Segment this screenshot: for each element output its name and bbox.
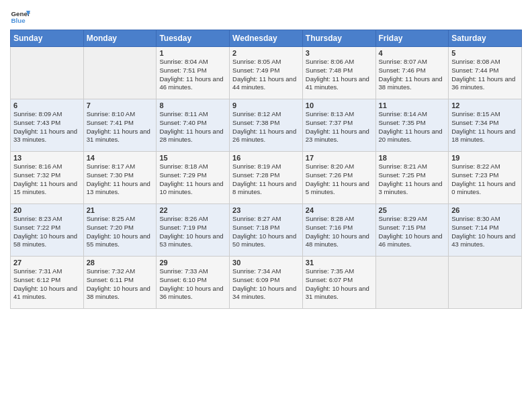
calendar-cell: 26Sunrise: 8:30 AMSunset: 7:14 PMDayligh… xyxy=(449,204,522,257)
day-number: 6 xyxy=(13,101,81,109)
day-number: 5 xyxy=(451,49,519,57)
weekday-header-saturday: Saturday xyxy=(449,30,522,47)
day-number: 23 xyxy=(232,206,300,214)
day-number: 27 xyxy=(13,259,81,267)
day-number: 9 xyxy=(232,101,300,109)
calendar-cell: 3Sunrise: 8:06 AMSunset: 7:48 PMDaylight… xyxy=(302,47,375,99)
calendar-cell: 6Sunrise: 8:09 AMSunset: 7:43 PMDaylight… xyxy=(11,99,84,152)
calendar-cell: 21Sunrise: 8:25 AMSunset: 7:20 PMDayligh… xyxy=(83,204,157,257)
day-info: Sunrise: 8:21 AMSunset: 7:25 PMDaylight:… xyxy=(379,163,446,197)
calendar-cell xyxy=(375,257,449,309)
calendar-cell: 22Sunrise: 8:26 AMSunset: 7:19 PMDayligh… xyxy=(157,204,230,257)
day-info: Sunrise: 7:32 AMSunset: 6:11 PMDaylight:… xyxy=(87,267,154,302)
day-info: Sunrise: 8:04 AMSunset: 7:51 PMDaylight:… xyxy=(159,58,226,92)
logo: General Blue xyxy=(10,7,30,27)
day-info: Sunrise: 8:08 AMSunset: 7:44 PMDaylight:… xyxy=(451,58,519,92)
calendar-cell: 23Sunrise: 8:27 AMSunset: 7:18 PMDayligh… xyxy=(230,204,303,257)
day-info: Sunrise: 8:06 AMSunset: 7:48 PMDaylight:… xyxy=(306,58,373,92)
weekday-header-tuesday: Tuesday xyxy=(157,30,230,47)
day-number: 8 xyxy=(159,101,226,109)
day-info: Sunrise: 8:05 AMSunset: 7:49 PMDaylight:… xyxy=(232,58,300,92)
calendar-cell: 17Sunrise: 8:20 AMSunset: 7:26 PMDayligh… xyxy=(302,152,375,204)
day-info: Sunrise: 8:25 AMSunset: 7:20 PMDaylight:… xyxy=(87,215,154,249)
day-info: Sunrise: 8:07 AMSunset: 7:46 PMDaylight:… xyxy=(379,58,446,92)
weekday-header-friday: Friday xyxy=(375,30,449,47)
day-info: Sunrise: 8:19 AMSunset: 7:28 PMDaylight:… xyxy=(232,163,300,197)
calendar-cell: 7Sunrise: 8:10 AMSunset: 7:41 PMDaylight… xyxy=(83,99,157,152)
calendar-cell: 31Sunrise: 7:35 AMSunset: 6:07 PMDayligh… xyxy=(302,257,375,309)
day-info: Sunrise: 8:09 AMSunset: 7:43 PMDaylight:… xyxy=(13,110,81,144)
day-number: 26 xyxy=(451,206,519,214)
day-number: 14 xyxy=(87,154,154,162)
day-number: 13 xyxy=(13,154,81,162)
day-info: Sunrise: 8:11 AMSunset: 7:40 PMDaylight:… xyxy=(159,110,226,144)
calendar-cell: 11Sunrise: 8:14 AMSunset: 7:35 PMDayligh… xyxy=(375,99,449,152)
calendar-cell: 29Sunrise: 7:33 AMSunset: 6:10 PMDayligh… xyxy=(157,257,230,309)
weekday-header-monday: Monday xyxy=(83,30,157,47)
day-number: 3 xyxy=(306,49,373,57)
day-info: Sunrise: 8:27 AMSunset: 7:18 PMDaylight:… xyxy=(232,215,300,249)
day-info: Sunrise: 8:14 AMSunset: 7:35 PMDaylight:… xyxy=(379,110,446,144)
day-number: 7 xyxy=(87,101,154,109)
day-info: Sunrise: 8:20 AMSunset: 7:26 PMDaylight:… xyxy=(306,163,373,197)
calendar-cell: 20Sunrise: 8:23 AMSunset: 7:22 PMDayligh… xyxy=(11,204,84,257)
calendar-cell: 30Sunrise: 7:34 AMSunset: 6:09 PMDayligh… xyxy=(230,257,303,309)
calendar-table: SundayMondayTuesdayWednesdayThursdayFrid… xyxy=(10,30,522,309)
weekday-header-wednesday: Wednesday xyxy=(230,30,303,47)
calendar-cell: 19Sunrise: 8:22 AMSunset: 7:23 PMDayligh… xyxy=(449,152,522,204)
day-info: Sunrise: 8:18 AMSunset: 7:29 PMDaylight:… xyxy=(159,163,226,197)
calendar-cell: 12Sunrise: 8:15 AMSunset: 7:34 PMDayligh… xyxy=(449,99,522,152)
day-info: Sunrise: 8:15 AMSunset: 7:34 PMDaylight:… xyxy=(451,110,519,144)
day-number: 25 xyxy=(379,206,446,214)
day-info: Sunrise: 7:34 AMSunset: 6:09 PMDaylight:… xyxy=(232,267,300,302)
day-number: 31 xyxy=(306,259,373,267)
day-info: Sunrise: 8:23 AMSunset: 7:22 PMDaylight:… xyxy=(13,215,81,249)
calendar-cell: 15Sunrise: 8:18 AMSunset: 7:29 PMDayligh… xyxy=(157,152,230,204)
calendar-cell: 9Sunrise: 8:12 AMSunset: 7:38 PMDaylight… xyxy=(230,99,303,152)
day-number: 17 xyxy=(306,154,373,162)
calendar-cell xyxy=(83,47,157,99)
day-number: 4 xyxy=(379,49,446,57)
day-info: Sunrise: 8:26 AMSunset: 7:19 PMDaylight:… xyxy=(159,215,226,249)
day-number: 1 xyxy=(159,49,226,57)
calendar-cell: 4Sunrise: 8:07 AMSunset: 7:46 PMDaylight… xyxy=(375,47,449,99)
calendar-cell xyxy=(11,47,84,99)
weekday-header-thursday: Thursday xyxy=(302,30,375,47)
day-info: Sunrise: 8:17 AMSunset: 7:30 PMDaylight:… xyxy=(87,163,154,197)
day-info: Sunrise: 7:31 AMSunset: 6:12 PMDaylight:… xyxy=(13,267,81,302)
calendar-cell: 27Sunrise: 7:31 AMSunset: 6:12 PMDayligh… xyxy=(11,257,84,309)
day-number: 15 xyxy=(159,154,226,162)
calendar-cell xyxy=(449,257,522,309)
day-number: 11 xyxy=(379,101,446,109)
day-info: Sunrise: 7:35 AMSunset: 6:07 PMDaylight:… xyxy=(306,267,373,302)
day-number: 24 xyxy=(306,206,373,214)
day-info: Sunrise: 8:12 AMSunset: 7:38 PMDaylight:… xyxy=(232,110,300,144)
day-info: Sunrise: 8:22 AMSunset: 7:23 PMDaylight:… xyxy=(451,163,519,197)
day-number: 28 xyxy=(87,259,154,267)
day-info: Sunrise: 8:10 AMSunset: 7:41 PMDaylight:… xyxy=(87,110,154,144)
calendar-cell: 10Sunrise: 8:13 AMSunset: 7:37 PMDayligh… xyxy=(302,99,375,152)
calendar-cell: 16Sunrise: 8:19 AMSunset: 7:28 PMDayligh… xyxy=(230,152,303,204)
day-number: 29 xyxy=(159,259,226,267)
day-info: Sunrise: 8:28 AMSunset: 7:16 PMDaylight:… xyxy=(306,215,373,249)
day-number: 30 xyxy=(232,259,300,267)
calendar-cell: 24Sunrise: 8:28 AMSunset: 7:16 PMDayligh… xyxy=(302,204,375,257)
day-number: 16 xyxy=(232,154,300,162)
calendar-cell: 13Sunrise: 8:16 AMSunset: 7:32 PMDayligh… xyxy=(11,152,84,204)
day-number: 10 xyxy=(306,101,373,109)
day-number: 22 xyxy=(159,206,226,214)
day-number: 21 xyxy=(87,206,154,214)
day-number: 18 xyxy=(379,154,446,162)
calendar-cell: 5Sunrise: 8:08 AMSunset: 7:44 PMDaylight… xyxy=(449,47,522,99)
calendar-cell: 2Sunrise: 8:05 AMSunset: 7:49 PMDaylight… xyxy=(230,47,303,99)
calendar-cell: 1Sunrise: 8:04 AMSunset: 7:51 PMDaylight… xyxy=(157,47,230,99)
calendar-cell: 14Sunrise: 8:17 AMSunset: 7:30 PMDayligh… xyxy=(83,152,157,204)
weekday-header-sunday: Sunday xyxy=(11,30,84,47)
day-number: 19 xyxy=(451,154,519,162)
day-info: Sunrise: 8:29 AMSunset: 7:15 PMDaylight:… xyxy=(379,215,446,249)
calendar-cell: 25Sunrise: 8:29 AMSunset: 7:15 PMDayligh… xyxy=(375,204,449,257)
svg-text:Blue: Blue xyxy=(11,17,26,24)
day-number: 12 xyxy=(451,101,519,109)
calendar-cell: 8Sunrise: 8:11 AMSunset: 7:40 PMDaylight… xyxy=(157,99,230,152)
day-info: Sunrise: 8:30 AMSunset: 7:14 PMDaylight:… xyxy=(451,215,519,249)
